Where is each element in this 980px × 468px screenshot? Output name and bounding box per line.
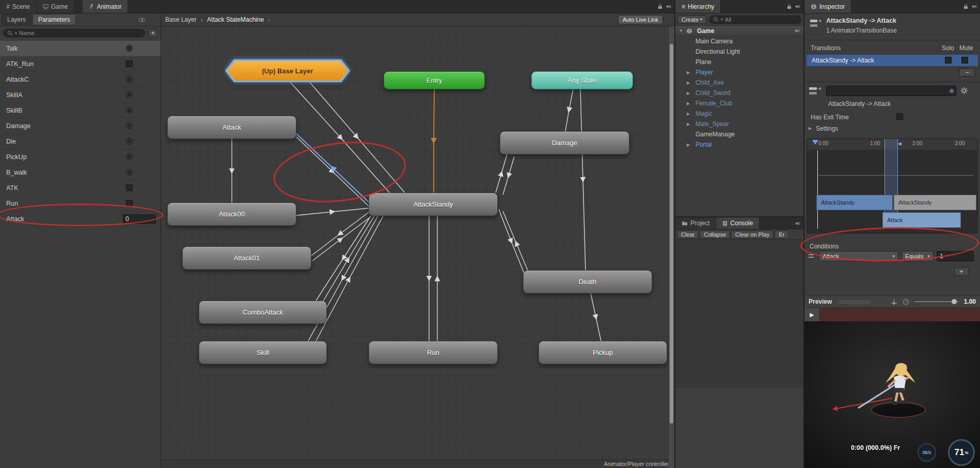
hierarchy-item[interactable]: ▶Magic — [675, 108, 803, 119]
pane-menu-icon[interactable]: ▾≡ — [795, 221, 800, 226]
condition-operator-dropdown[interactable]: Equals ▾ — [902, 251, 934, 261]
add-condition-button[interactable]: + — [954, 268, 969, 276]
trigger-radio[interactable] — [126, 107, 133, 114]
tab-animator[interactable]: Animator — [83, 0, 128, 13]
bool-checkbox[interactable] — [126, 200, 133, 207]
expand-triangle-icon[interactable]: ▶ — [687, 122, 690, 127]
scene-row[interactable]: ▼ Game ▾≡ — [675, 26, 803, 36]
preview-viewport[interactable]: 0:00 (000.0%) Fr 0k/s 71% — [804, 321, 980, 468]
foldout-triangle-icon[interactable]: ▶ — [809, 126, 812, 131]
parameter-row[interactable]: PickUp — [0, 149, 161, 165]
tab-inspector[interactable]: Inspector — [804, 0, 851, 13]
pane-menu-icon[interactable]: ▾≡ — [666, 4, 671, 9]
expand-triangle-icon[interactable]: ▶ — [687, 101, 690, 106]
condition-value-field[interactable]: 1 — [937, 251, 974, 261]
graph-canvas[interactable]: (Up) Base Layer Entry Any State Attack D… — [161, 26, 674, 468]
eye-icon[interactable] — [138, 18, 146, 22]
hierarchy-item[interactable]: Main Camera — [675, 36, 803, 46]
state-node-attack[interactable]: Attack — [167, 116, 296, 139]
parameter-row[interactable]: Damage — [0, 118, 161, 134]
hierarchy-item[interactable]: ▶Player — [675, 67, 803, 77]
timeline-bar-attackstandy-2[interactable]: AttackStandy — [894, 195, 976, 210]
parameter-row[interactable]: Talk — [0, 41, 161, 56]
scene-menu-icon[interactable]: ▾≡ — [795, 28, 799, 34]
hierarchy-item[interactable]: ▶Child_Axe — [675, 77, 803, 88]
parameter-row[interactable]: AttackC — [0, 72, 161, 87]
clear-button[interactable]: Clear — [677, 230, 699, 239]
object-picker-icon[interactable] — [949, 88, 954, 93]
parameter-row[interactable]: B_walk — [0, 165, 161, 180]
hierarchy-item[interactable]: Directional Light — [675, 46, 803, 57]
breadcrumb-base-layer[interactable]: Base Layer — [165, 16, 197, 23]
state-node-attack01[interactable]: Attack01 — [182, 246, 311, 270]
state-node-run[interactable]: Run — [369, 341, 498, 364]
state-node-up-base-layer[interactable]: (Up) Base Layer — [225, 59, 350, 82]
state-node-damage[interactable]: Damage — [500, 131, 629, 154]
play-button[interactable]: ▶ — [804, 308, 820, 321]
bool-checkbox[interactable] — [126, 184, 133, 191]
expand-triangle-icon[interactable]: ▶ — [687, 81, 690, 85]
breadcrumb-attack-statemachine[interactable]: Attack StateMachine — [207, 16, 264, 23]
parameter-row[interactable]: Run — [0, 196, 161, 211]
tab-game[interactable]: Game — [37, 0, 75, 13]
lock-icon[interactable] — [787, 4, 792, 9]
parameter-value-field[interactable]: 0 — [123, 214, 156, 224]
parameter-row[interactable]: Attack0 — [0, 211, 161, 227]
pivot-icon[interactable] — [891, 299, 897, 305]
transition-timeline[interactable]: 0:00 1:00 2:00 3:00 ◀ AttackStandy Attac… — [807, 138, 978, 233]
expand-triangle-icon[interactable]: ▶ — [687, 70, 690, 75]
hierarchy-item[interactable]: ▶Female_Club — [675, 98, 803, 108]
parameter-row[interactable]: SkillA — [0, 87, 161, 103]
tab-hierarchy[interactable]: ≡ Hierarchy — [675, 0, 721, 13]
hierarchy-item[interactable]: GameManage — [675, 129, 803, 139]
auto-live-link-button[interactable]: Auto Live Link — [618, 15, 663, 24]
pane-menu-icon[interactable]: ▾≡ — [795, 4, 800, 9]
bool-checkbox[interactable] — [126, 60, 133, 67]
state-node-entry[interactable]: Entry — [384, 71, 485, 89]
expand-triangle-icon[interactable]: ▶ — [687, 91, 690, 96]
preview-drag-handle[interactable] — [839, 301, 870, 303]
playhead-marker[interactable] — [812, 140, 818, 145]
scrollbar-thumb[interactable] — [670, 44, 673, 424]
tab-layers[interactable]: Layers — [2, 14, 31, 25]
state-node-death[interactable]: Death — [523, 270, 652, 293]
timeline-bar-attackstandy[interactable]: AttackStandy — [816, 195, 893, 210]
expand-triangle-icon[interactable]: ▶ — [687, 112, 690, 116]
band-end-marker-icon[interactable]: ◀ — [898, 141, 902, 146]
hierarchy-search-input[interactable]: ▾ All — [709, 15, 801, 24]
tab-console[interactable]: Console — [716, 217, 760, 229]
parameter-search-input[interactable]: ▾ Name — [3, 29, 145, 37]
hierarchy-item[interactable]: ▶Child_Sword — [675, 88, 803, 98]
has-exit-time-checkbox[interactable] — [896, 113, 903, 120]
hierarchy-item[interactable]: ▶Portal — [675, 139, 803, 150]
trigger-radio[interactable] — [126, 153, 133, 160]
hierarchy-item[interactable]: Plane — [675, 57, 803, 67]
clear-on-play-button[interactable]: Clear on Play — [731, 230, 773, 239]
state-node-attack00[interactable]: Attack00 — [167, 202, 296, 226]
lock-icon[interactable] — [963, 4, 968, 9]
add-parameter-button[interactable]: + — [148, 29, 157, 37]
tab-project[interactable]: Project — [675, 217, 716, 229]
state-node-attackstandy[interactable]: AttackStandy — [369, 193, 498, 216]
state-node-skill[interactable]: Skill — [199, 341, 327, 364]
preview-header-bar[interactable]: Preview 1.00 — [804, 295, 980, 308]
trigger-radio[interactable] — [126, 169, 133, 176]
tab-parameters[interactable]: Parameters — [33, 14, 76, 25]
timeline-bar-attack[interactable]: Attack — [882, 212, 961, 228]
graph-vertical-scrollbar[interactable] — [668, 26, 674, 468]
state-node-any-state[interactable]: Any State — [531, 71, 633, 89]
state-node-comboattack[interactable]: ComboAttack — [199, 301, 327, 324]
clock-icon[interactable] — [903, 299, 909, 305]
trigger-radio[interactable] — [126, 138, 133, 145]
expand-triangle-icon[interactable]: ▶ — [687, 143, 690, 147]
gear-icon[interactable] — [960, 87, 968, 95]
lock-icon[interactable] — [658, 4, 662, 9]
trigger-radio[interactable] — [126, 76, 133, 83]
parameter-row[interactable]: ATK_Run — [0, 56, 161, 72]
expand-triangle-icon[interactable]: ▼ — [679, 28, 683, 33]
solo-checkbox[interactable] — [945, 57, 952, 64]
console-detail-pane[interactable] — [675, 386, 803, 468]
hierarchy-item[interactable]: ▶Male_Spear — [675, 119, 803, 129]
transition-object-field[interactable] — [826, 86, 956, 96]
console-log-list[interactable] — [675, 240, 803, 385]
